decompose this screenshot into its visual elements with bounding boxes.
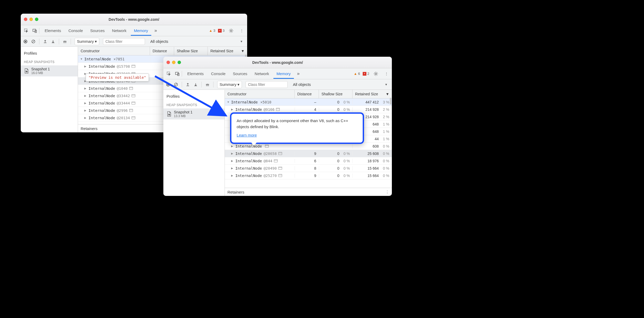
warnings-count[interactable]: ▲6 [354, 72, 360, 76]
table-row[interactable]: ▶ InternalNode @20490 800 %15 6640 % [225, 165, 392, 172]
shallow-value: 0 [337, 166, 339, 170]
chevron-down-icon[interactable]: ▾ [241, 39, 242, 43]
table-row[interactable]: ▶ InternalNode @28658 900 %25 6080 % [225, 150, 392, 157]
col-retained-size[interactable]: Retained Size▼ [352, 90, 392, 98]
node-name: InternalNode [235, 174, 262, 178]
col-retained-size[interactable]: Retained Size▼ [208, 47, 247, 55]
learn-more-link[interactable]: Learn more [237, 133, 257, 137]
expand-icon[interactable]: ▶ [231, 167, 234, 170]
object-filter-selector[interactable]: All objects [150, 39, 168, 44]
errors-count[interactable]: ×2 [363, 72, 369, 76]
class-filter-input[interactable] [103, 38, 145, 45]
svg-text:%: % [26, 71, 27, 72]
gc-icon[interactable] [63, 39, 67, 44]
retained-pct: 0 % [380, 166, 389, 170]
table-row[interactable]: ▶ InternalNode @9166 400 %214 9282 % [225, 106, 392, 113]
snapshot-name: Snapshot 1 [31, 67, 50, 71]
retained-value: 648 [373, 129, 379, 134]
warnings-count[interactable]: ▲3 [209, 29, 215, 33]
retained-value: 15 664 [367, 174, 379, 178]
retained-pct: 1 % [380, 129, 389, 134]
expand-icon[interactable]: ▶ [84, 65, 87, 68]
col-retained-label: Retained Size [210, 49, 233, 53]
minimize-icon[interactable] [172, 61, 175, 64]
node-name: InternalNode [235, 107, 262, 112]
warning-number: 6 [358, 72, 360, 76]
expand-icon[interactable]: ▶ [84, 87, 87, 90]
close-icon[interactable] [167, 61, 170, 64]
view-selector[interactable]: Summary▾ [75, 38, 99, 45]
chevron-down-icon[interactable]: ▾ [385, 82, 387, 86]
col-shallow-size[interactable]: Shallow Size [319, 90, 352, 98]
device-toggle-icon[interactable] [31, 25, 39, 36]
expand-icon[interactable]: ▶ [231, 159, 234, 162]
titlebar[interactable]: DevTools - www.google.com/ [21, 14, 247, 25]
minimize-icon[interactable] [29, 18, 33, 21]
retained-value: 608 [373, 144, 379, 148]
expand-icon[interactable]: ▶ [231, 145, 234, 148]
close-icon[interactable] [24, 18, 27, 21]
expand-icon[interactable]: ▶ [231, 174, 234, 177]
col-shallow-size[interactable]: Shallow Size [174, 47, 208, 55]
object-filter-selector[interactable]: All objects [293, 82, 311, 87]
retainers-pane-title[interactable]: Retainers ⋮ [225, 188, 392, 196]
expand-icon[interactable]: ▶ [231, 152, 234, 155]
tab-memory[interactable]: Memory [273, 69, 294, 79]
kebab-menu-icon[interactable]: ⋮ [238, 29, 246, 33]
table-row[interactable]: ▶ InternalNode @844 600 %18 9760 % [225, 157, 392, 165]
retained-pct: 1 % [380, 122, 389, 126]
window-icon [129, 109, 133, 112]
shallow-pct: 0 % [341, 159, 350, 163]
retainers-menu-icon[interactable]: ⋮ [385, 190, 389, 194]
node-id: @2996 [117, 108, 128, 113]
retained-pct: 0 % [380, 152, 389, 156]
gear-icon[interactable] [227, 28, 235, 33]
memory-toolbar: Summary▾ All objects ▾ [21, 36, 247, 47]
class-filter-input[interactable] [246, 81, 288, 88]
expand-icon[interactable]: ▶ [84, 109, 87, 112]
all-objects-label: All objects [150, 39, 168, 44]
window-icon [129, 87, 133, 90]
window-icon [278, 167, 282, 170]
table-row[interactable]: ▶ InternalNode @25270 900 %15 6640 % [225, 172, 392, 179]
overflow-tabs-icon[interactable]: » [294, 68, 302, 79]
tab-sources[interactable]: Sources [87, 25, 108, 36]
overflow-tabs-icon[interactable]: » [152, 25, 160, 36]
tab-elements[interactable]: Elements [41, 25, 64, 36]
expand-icon[interactable]: ▶ [84, 94, 87, 97]
zoom-icon[interactable] [35, 18, 38, 21]
download-icon[interactable] [51, 39, 55, 44]
tab-network[interactable]: Network [109, 25, 130, 36]
zoom-icon[interactable] [178, 61, 181, 64]
expand-icon[interactable]: ▼ [80, 58, 83, 60]
tab-network[interactable]: Network [252, 69, 272, 79]
col-distance[interactable]: Distance [295, 90, 319, 98]
errors-count[interactable]: ×3 [218, 29, 225, 33]
record-icon[interactable] [23, 39, 28, 44]
clear-icon[interactable] [31, 39, 35, 44]
gear-icon[interactable] [372, 71, 380, 76]
constructor-group-row[interactable]: ▼InternalNode×5010 – 00 % 447 4123 % [225, 98, 392, 106]
kebab-menu-icon[interactable]: ⋮ [382, 72, 390, 76]
inspect-icon[interactable] [22, 25, 30, 36]
tab-console[interactable]: Console [65, 25, 86, 36]
col-constructor[interactable]: Constructor [78, 47, 150, 55]
expand-icon[interactable]: ▶ [84, 102, 87, 105]
upload-icon[interactable] [43, 39, 47, 44]
col-distance[interactable]: Distance [150, 47, 174, 55]
table-header: Constructor Distance Shallow Size Retain… [78, 47, 247, 55]
shallow-value: 0 [337, 107, 339, 112]
expand-icon[interactable]: ▶ [84, 116, 87, 119]
chevron-down-icon: ▾ [237, 82, 240, 87]
tab-memory[interactable]: Memory [131, 25, 151, 36]
titlebar[interactable]: DevTools - www.google.com/ [163, 57, 392, 68]
snapshot-item[interactable]: % Snapshot 1 16.0 MB [21, 65, 78, 76]
scrollbar[interactable] [389, 90, 391, 196]
separator [59, 39, 59, 44]
shallow-value: 0 [337, 174, 339, 178]
node-id: @25270 [263, 174, 277, 178]
col-constructor[interactable]: Constructor [225, 90, 295, 98]
distance-value: 9 [295, 152, 319, 156]
error-number: 3 [223, 29, 225, 33]
sidebar-category: HEAP SNAPSHOTS [21, 59, 78, 65]
